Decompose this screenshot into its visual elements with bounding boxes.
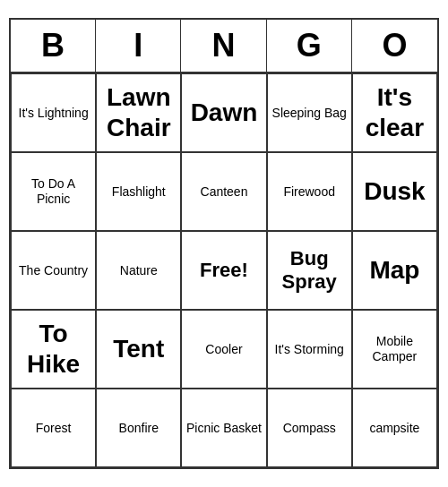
bingo-cell-r0-c0: It's Lightning (11, 73, 96, 152)
bingo-cell-r3-c1: Tent (96, 310, 181, 389)
bingo-cell-r4-c1: Bonfire (96, 389, 181, 467)
bingo-header: BINGO (11, 20, 437, 73)
bingo-cell-r1-c0: To Do A Picnic (11, 152, 96, 231)
header-letter-o: O (352, 20, 437, 72)
bingo-cell-r0-c1: Lawn Chair (96, 73, 181, 152)
bingo-cell-r1-c1: Flashlight (96, 152, 181, 231)
bingo-cell-r1-c4: Dusk (352, 152, 437, 231)
header-letter-g: G (267, 20, 352, 72)
bingo-cell-r0-c4: It's clear (352, 73, 437, 152)
bingo-cell-r0-c3: Sleeping Bag (267, 73, 352, 152)
bingo-cell-r3-c3: It's Storming (267, 310, 352, 389)
bingo-cell-r1-c2: Canteen (181, 152, 266, 231)
bingo-cell-r4-c2: Picnic Basket (181, 389, 266, 467)
bingo-card: BINGO It's LightningLawn ChairDawnSleepi… (9, 18, 439, 469)
bingo-cell-r0-c2: Dawn (181, 73, 266, 152)
bingo-cell-r4-c4: campsite (352, 389, 437, 467)
bingo-cell-r4-c3: Compass (267, 389, 352, 467)
bingo-cell-r4-c0: Forest (11, 389, 96, 467)
bingo-cell-r2-c2: Free! (181, 231, 266, 310)
bingo-cell-r2-c0: The Country (11, 231, 96, 310)
header-letter-b: B (11, 20, 96, 72)
bingo-cell-r3-c4: Mobile Camper (352, 310, 437, 389)
bingo-cell-r2-c1: Nature (96, 231, 181, 310)
header-letter-i: I (96, 20, 181, 72)
bingo-cell-r2-c3: Bug Spray (267, 231, 352, 310)
bingo-grid: It's LightningLawn ChairDawnSleeping Bag… (11, 73, 437, 467)
bingo-cell-r3-c0: To Hike (11, 310, 96, 389)
bingo-cell-r3-c2: Cooler (181, 310, 266, 389)
bingo-cell-r1-c3: Firewood (267, 152, 352, 231)
bingo-cell-r2-c4: Map (352, 231, 437, 310)
header-letter-n: N (181, 20, 266, 72)
